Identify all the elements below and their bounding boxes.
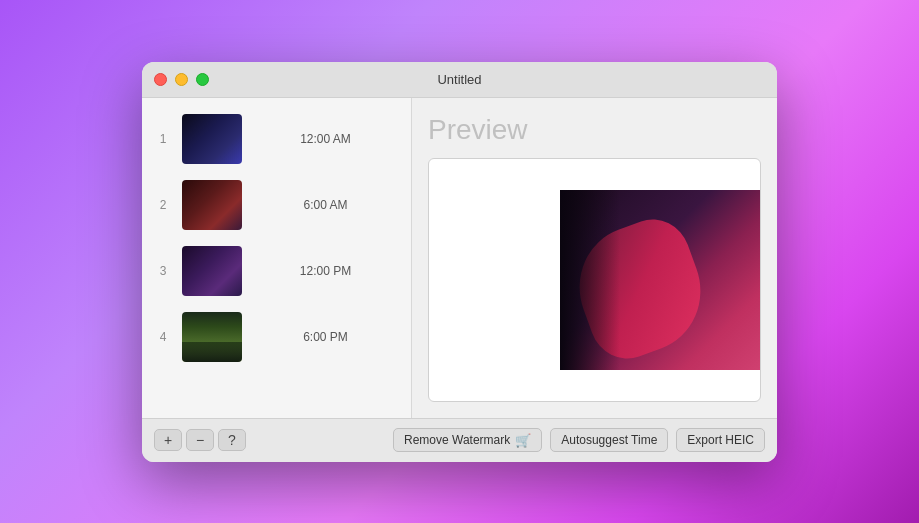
close-button[interactable] [154,73,167,86]
item-number-4: 4 [154,330,172,344]
item-thumbnail-4 [182,312,242,362]
list-item[interactable]: 3 12:00 PM [142,238,411,304]
item-time-1: 12:00 AM [252,132,399,146]
item-thumbnail-1 [182,114,242,164]
preview-image-container [428,158,761,402]
autosuggest-time-button[interactable]: Autosuggest Time [550,428,668,452]
app-window: Untitled 1 12:00 AM 2 6:00 AM 3 12:00 PM… [142,62,777,462]
item-number-1: 1 [154,132,172,146]
item-thumbnail-3 [182,246,242,296]
preview-title: Preview [428,114,761,146]
remove-watermark-label: Remove Watermark [404,433,510,447]
cart-icon: 🛒 [515,433,531,448]
toolbar-left: + − ? [154,429,246,451]
item-time-3: 12:00 PM [252,264,399,278]
remove-button[interactable]: − [186,429,214,451]
list-item[interactable]: 1 12:00 AM [142,106,411,172]
list-item[interactable]: 4 6:00 PM [142,304,411,370]
item-thumbnail-2 [182,180,242,230]
window-title: Untitled [437,72,481,87]
item-number-3: 3 [154,264,172,278]
preview-image [560,190,760,370]
export-heic-button[interactable]: Export HEIC [676,428,765,452]
item-time-2: 6:00 AM [252,198,399,212]
help-button[interactable]: ? [218,429,246,451]
list-item[interactable]: 2 6:00 AM [142,172,411,238]
minimize-button[interactable] [175,73,188,86]
titlebar: Untitled [142,62,777,98]
timeline-sidebar: 1 12:00 AM 2 6:00 AM 3 12:00 PM 4 6:00 P… [142,98,412,418]
main-content: 1 12:00 AM 2 6:00 AM 3 12:00 PM 4 6:00 P… [142,98,777,418]
toolbar: + − ? Remove Watermark 🛒 Autosuggest Tim… [142,418,777,462]
traffic-lights [154,73,209,86]
item-number-2: 2 [154,198,172,212]
toolbar-right: Remove Watermark 🛒 Autosuggest Time Expo… [393,428,765,452]
maximize-button[interactable] [196,73,209,86]
add-button[interactable]: + [154,429,182,451]
remove-watermark-button[interactable]: Remove Watermark 🛒 [393,428,542,452]
item-time-4: 6:00 PM [252,330,399,344]
preview-pane: Preview [412,98,777,418]
